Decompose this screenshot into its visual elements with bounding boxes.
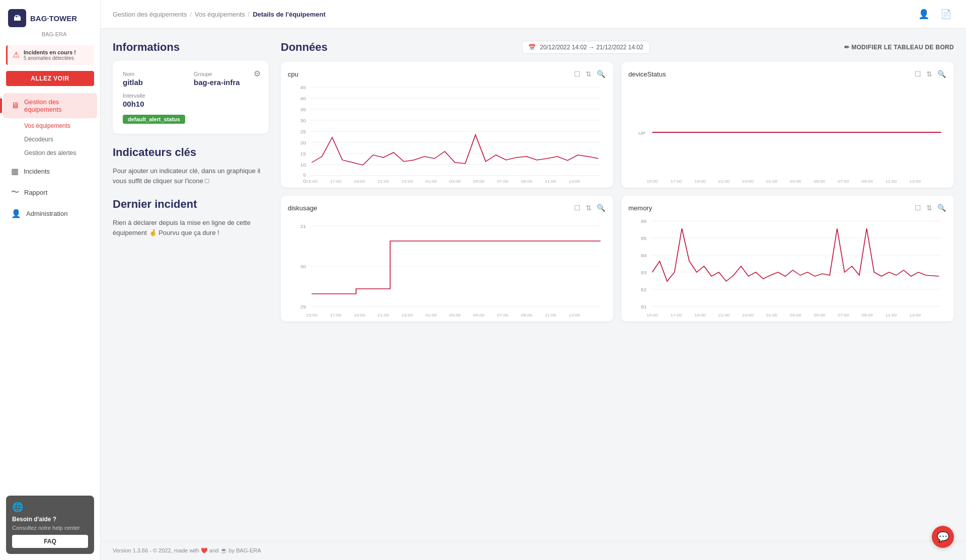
chart-title-memory: memory xyxy=(628,204,652,212)
zoom-btn-devicestatus[interactable]: 🔍 xyxy=(936,69,947,79)
donnees-date-range: 20/12/2022 14:02 → 21/12/2022 14:02 xyxy=(540,44,643,51)
indicateurs-desc: Pour ajouter un indicateur clé, dans un … xyxy=(113,166,269,186)
sidebar-item-incidents[interactable]: ▦ Incidents xyxy=(3,162,97,181)
dernier-incident-desc: Rien à déclarer depuis la mise en ligne … xyxy=(113,218,269,237)
donnees-title: Données xyxy=(281,41,328,54)
svg-text:03:00: 03:00 xyxy=(449,313,461,316)
chart-card-devicestatus: deviceStatus ☐ ⇅ 🔍 UP xyxy=(621,62,954,188)
chat-bubble[interactable]: 💬 xyxy=(932,526,954,548)
svg-text:23:00: 23:00 xyxy=(401,313,413,316)
breadcrumb-item-1[interactable]: Gestion des équipements xyxy=(113,11,187,18)
chart-title-diskusage: diskusage xyxy=(288,204,317,212)
alert-title: Incidents en cours ! xyxy=(24,49,76,55)
chart-header-devicestatus: deviceStatus ☐ ⇅ 🔍 xyxy=(628,69,947,79)
svg-text:19:00: 19:00 xyxy=(694,313,706,316)
incidents-icon: ▦ xyxy=(11,167,19,176)
help-sub: Consultez notre help center xyxy=(12,525,88,531)
footer: Version 1.3.66 - © 2022, made with ❤️ an… xyxy=(101,541,966,560)
doc-topbar-button[interactable]: 📄 xyxy=(938,6,954,22)
zoom-btn-memory[interactable]: 🔍 xyxy=(936,203,947,213)
svg-text:15:00: 15:00 xyxy=(306,179,317,183)
breadcrumb-sep-1: / xyxy=(190,11,192,18)
expand-btn-devicestatus[interactable]: ⇅ xyxy=(925,69,933,79)
sidebar-sub-decodeurs[interactable]: Décodeurs xyxy=(3,133,97,146)
sidebar-sub-vos-equipements[interactable]: Vos équipements xyxy=(3,119,97,132)
svg-text:01:00: 01:00 xyxy=(426,313,437,316)
info-card: ⚙ Nom gitlab Groupe bag-era-infra Interv… xyxy=(113,61,269,134)
svg-text:11:00: 11:00 xyxy=(545,313,556,316)
sidebar-item-administration[interactable]: 👤 Administration xyxy=(3,204,97,223)
bookmark-btn-diskusage[interactable]: ☐ xyxy=(573,203,582,213)
svg-text:25: 25 xyxy=(300,129,306,134)
bookmark-btn-memory[interactable]: ☐ xyxy=(914,203,922,213)
chat-icon: 💬 xyxy=(937,531,949,543)
indicateurs-section: Indicateurs clés Pour ajouter un indicat… xyxy=(113,146,269,186)
svg-text:19:00: 19:00 xyxy=(354,179,365,183)
expand-btn-diskusage[interactable]: ⇅ xyxy=(585,203,593,213)
sidebar-item-gestion[interactable]: 🖥 Gestion des équipements xyxy=(3,93,97,118)
svg-text:03:00: 03:00 xyxy=(790,179,801,183)
expand-btn-memory[interactable]: ⇅ xyxy=(925,203,933,213)
svg-text:07:00: 07:00 xyxy=(838,313,849,316)
expand-btn-cpu[interactable]: ⇅ xyxy=(585,69,593,79)
svg-text:83: 83 xyxy=(641,270,647,275)
administration-icon: 👤 xyxy=(11,209,21,218)
svg-text:09:00: 09:00 xyxy=(861,179,873,183)
svg-text:20: 20 xyxy=(300,140,306,145)
chart-card-cpu: cpu ☐ ⇅ 🔍 xyxy=(281,62,613,188)
svg-text:21:00: 21:00 xyxy=(718,313,730,316)
logo-sub: BAG-ERA xyxy=(0,31,100,37)
sidebar-item-rapport[interactable]: 〜 Rapport xyxy=(3,182,97,203)
donnees-date[interactable]: 📅 20/12/2022 14:02 → 21/12/2022 14:02 xyxy=(522,41,650,54)
footer-text: Version 1.3.66 - © 2022, made with ❤️ an… xyxy=(113,547,261,553)
rapport-icon: 〜 xyxy=(11,187,19,198)
svg-text:11:00: 11:00 xyxy=(545,179,556,183)
faq-button[interactable]: FAQ xyxy=(12,535,88,548)
svg-text:31: 31 xyxy=(300,224,306,229)
svg-text:13:00: 13:00 xyxy=(569,179,580,183)
svg-text:17:00: 17:00 xyxy=(330,313,342,316)
breadcrumb-item-2[interactable]: Vos équipements xyxy=(195,11,245,18)
zoom-btn-diskusage[interactable]: 🔍 xyxy=(596,203,606,213)
svg-text:19:00: 19:00 xyxy=(694,179,706,183)
alert-sub: 5 anomalies détectées xyxy=(24,55,76,61)
svg-text:05:00: 05:00 xyxy=(473,179,485,183)
svg-text:07:00: 07:00 xyxy=(497,313,509,316)
bookmark-btn-cpu[interactable]: ☐ xyxy=(573,69,582,79)
svg-text:07:00: 07:00 xyxy=(838,179,849,183)
modify-btn-label: MODIFIER LE TABLEAU DE BORD xyxy=(851,44,954,51)
svg-text:84: 84 xyxy=(641,253,647,258)
svg-text:45: 45 xyxy=(300,85,306,90)
nom-value: gitlab xyxy=(123,78,188,87)
svg-text:30: 30 xyxy=(300,264,306,269)
svg-text:30: 30 xyxy=(300,118,306,123)
chart-svg-cpu: 45 40 35 30 25 20 15 10 5 0 xyxy=(288,82,606,183)
gestion-icon: 🖥 xyxy=(11,101,19,110)
chart-header-cpu: cpu ☐ ⇅ 🔍 xyxy=(288,69,606,79)
svg-text:17:00: 17:00 xyxy=(330,179,342,183)
nav-section: 🖥 Gestion des équipements Vos équipement… xyxy=(0,92,100,490)
intervalle-label: Intervalle xyxy=(123,93,188,99)
groupe-label: Groupe xyxy=(194,71,259,77)
user-topbar-button[interactable]: 👤 xyxy=(916,6,932,22)
breadcrumb-sep-2: / xyxy=(248,11,250,18)
groupe-field: Groupe bag-era-infra xyxy=(194,71,259,87)
chart-actions-memory: ☐ ⇅ 🔍 xyxy=(914,203,947,213)
svg-text:17:00: 17:00 xyxy=(671,313,682,316)
zoom-btn-cpu[interactable]: 🔍 xyxy=(596,69,606,79)
allez-voir-button[interactable]: ALLEZ VOIR xyxy=(6,71,94,86)
svg-text:07:00: 07:00 xyxy=(497,179,509,183)
sidebar-logo: 🏔 BAG·TOWER xyxy=(0,0,100,31)
svg-text:01:00: 01:00 xyxy=(766,313,778,316)
svg-text:05:00: 05:00 xyxy=(814,179,826,183)
gear-icon[interactable]: ⚙ xyxy=(254,69,261,78)
svg-text:UP: UP xyxy=(638,131,646,136)
bookmark-btn-devicestatus[interactable]: ☐ xyxy=(914,69,922,79)
pencil-icon: ✏ xyxy=(844,44,849,51)
chart-title-devicestatus: deviceStatus xyxy=(628,70,666,78)
svg-text:15:00: 15:00 xyxy=(647,179,658,183)
dernier-incident-section: Dernier incident Rien à déclarer depuis … xyxy=(113,198,269,237)
sidebar-sub-gestion-alertes[interactable]: Gestion des alertes xyxy=(3,146,97,159)
modify-dashboard-button[interactable]: ✏ MODIFIER LE TABLEAU DE BORD xyxy=(844,44,954,51)
donnees-header: Données 📅 20/12/2022 14:02 → 21/12/2022 … xyxy=(281,41,954,54)
